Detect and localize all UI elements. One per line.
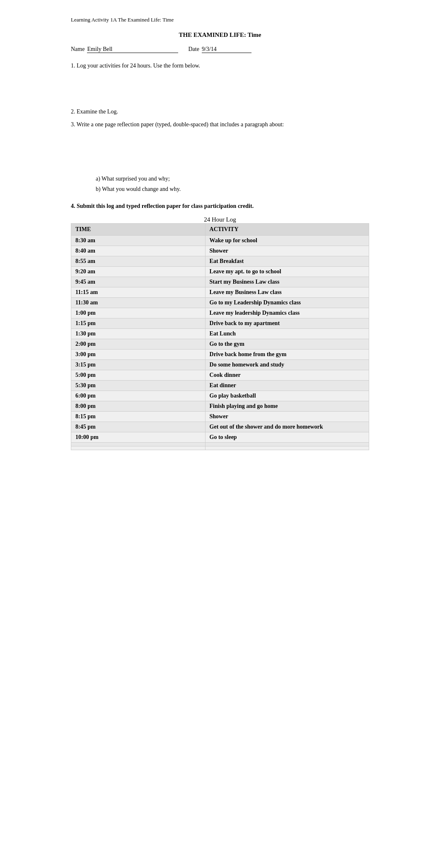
- cell-activity: Eat Lunch: [205, 329, 369, 339]
- table-row: 8:30 amWake up for school: [71, 236, 369, 246]
- cell-time: 8:00 pm: [71, 401, 205, 412]
- table-row: 9:20 amLeave my apt. to go to school: [71, 267, 369, 277]
- table-header-row: TIME ACTIVITY: [71, 224, 369, 236]
- spacer-1: [71, 74, 369, 107]
- col-header-activity: ACTIVITY: [205, 224, 369, 236]
- cell-activity: Shower: [205, 412, 369, 422]
- table-row: 3:15 pmDo some homework and study: [71, 360, 369, 370]
- name-value: Emily Bell: [87, 46, 178, 53]
- cell-time: 8:45 pm: [71, 422, 205, 432]
- list-item-a: a) What surprised you and why;: [96, 174, 369, 183]
- cell-activity: Wake up for school: [205, 236, 369, 246]
- list-item-b: b) What you would change and why.: [96, 185, 369, 193]
- cell-activity: Leave my Business Law class: [205, 287, 369, 298]
- cell-time: 5:00 pm: [71, 370, 205, 381]
- date-label: Date: [188, 46, 199, 53]
- cell-time: 5:30 pm: [71, 381, 205, 391]
- cell-time: 1:30 pm: [71, 329, 205, 339]
- table-row: 1:00 pmLeave my leadership Dynamics clas…: [71, 308, 369, 318]
- instruction-step3: 3. Write a one page reflection paper (ty…: [71, 120, 369, 129]
- spacer-2: [71, 133, 369, 174]
- cell-activity: Go to the gym: [205, 339, 369, 350]
- cell-activity: [205, 446, 369, 450]
- col-header-time: TIME: [71, 224, 205, 236]
- cell-activity: Cook dinner: [205, 370, 369, 381]
- cell-time: 8:30 am: [71, 236, 205, 246]
- course-header-text: Learning Activity 1A The Examined Life: …: [71, 17, 174, 23]
- instruction-step1: 1. Log your activities for 24 hours. Use…: [71, 61, 369, 70]
- table-row: 5:30 pmEat dinner: [71, 381, 369, 391]
- cell-activity: Start my Business Law class: [205, 277, 369, 287]
- cell-activity: Finish playing and go home: [205, 401, 369, 412]
- name-date-row: Name Emily Bell Date 9/3/14: [71, 46, 369, 53]
- table-row: 8:40 amShower: [71, 246, 369, 256]
- cell-activity: Leave my apt. to go to school: [205, 267, 369, 277]
- table-title: 24 Hour Log: [71, 216, 369, 223]
- table-row: 1:15 pmDrive back to my apartment: [71, 318, 369, 329]
- cell-time: 3:00 pm: [71, 350, 205, 360]
- table-row: [71, 446, 369, 450]
- cell-time: 2:00 pm: [71, 339, 205, 350]
- cell-time: 8:40 am: [71, 246, 205, 256]
- log-table: TIME ACTIVITY 8:30 amWake up for school8…: [71, 223, 369, 450]
- title-text: THE EXAMINED LIFE: Time: [179, 31, 261, 38]
- cell-activity: Do some homework and study: [205, 360, 369, 370]
- cell-time: 9:45 am: [71, 277, 205, 287]
- table-row: 8:15 pmShower: [71, 412, 369, 422]
- page: Learning Activity 1A The Examined Life: …: [63, 0, 377, 467]
- table-row: 6:00 pmGo play basketball: [71, 391, 369, 401]
- table-row: 1:30 pmEat Lunch: [71, 329, 369, 339]
- cell-time: 10:00 pm: [71, 432, 205, 443]
- cell-time: [71, 443, 205, 446]
- cell-time: 11:30 am: [71, 298, 205, 308]
- cell-activity: Drive back to my apartment: [205, 318, 369, 329]
- cell-activity: Drive back home from the gym: [205, 350, 369, 360]
- course-header: Learning Activity 1A The Examined Life: …: [71, 17, 369, 23]
- instruction-step2: 2. Examine the Log.: [71, 107, 369, 116]
- table-row: 11:30 amGo to my Leadership Dynamics cla…: [71, 298, 369, 308]
- instruction-step4: 4. Submit this log and typed reflection …: [71, 202, 369, 210]
- table-row: 11:15 amLeave my Business Law class: [71, 287, 369, 298]
- cell-time: 11:15 am: [71, 287, 205, 298]
- cell-time: 6:00 pm: [71, 391, 205, 401]
- name-label: Name: [71, 46, 85, 53]
- table-row: 3:00 pmDrive back home from the gym: [71, 350, 369, 360]
- cell-time: [71, 446, 205, 450]
- table-row: 5:00 pmCook dinner: [71, 370, 369, 381]
- cell-activity: Go to my Leadership Dynamics class: [205, 298, 369, 308]
- cell-activity: Go to sleep: [205, 432, 369, 443]
- cell-activity: Get out of the shower and do more homewo…: [205, 422, 369, 432]
- cell-activity: [205, 443, 369, 446]
- table-row: 8:45 pmGet out of the shower and do more…: [71, 422, 369, 432]
- cell-time: 9:20 am: [71, 267, 205, 277]
- table-row: 9:45 amStart my Business Law class: [71, 277, 369, 287]
- cell-activity: Eat Breakfast: [205, 256, 369, 267]
- cell-activity: Eat dinner: [205, 381, 369, 391]
- cell-time: 8:55 am: [71, 256, 205, 267]
- cell-time: 1:00 pm: [71, 308, 205, 318]
- cell-time: 8:15 pm: [71, 412, 205, 422]
- table-row: [71, 443, 369, 446]
- table-row: 8:00 pmFinish playing and go home: [71, 401, 369, 412]
- cell-time: 3:15 pm: [71, 360, 205, 370]
- table-row: 2:00 pmGo to the gym: [71, 339, 369, 350]
- main-title: THE EXAMINED LIFE: Time: [71, 31, 369, 39]
- cell-activity: Shower: [205, 246, 369, 256]
- cell-time: 1:15 pm: [71, 318, 205, 329]
- table-row: 8:55 amEat Breakfast: [71, 256, 369, 267]
- cell-activity: Go play basketball: [205, 391, 369, 401]
- table-row: 10:00 pmGo to sleep: [71, 432, 369, 443]
- cell-activity: Leave my leadership Dynamics class: [205, 308, 369, 318]
- date-value: 9/3/14: [202, 46, 251, 53]
